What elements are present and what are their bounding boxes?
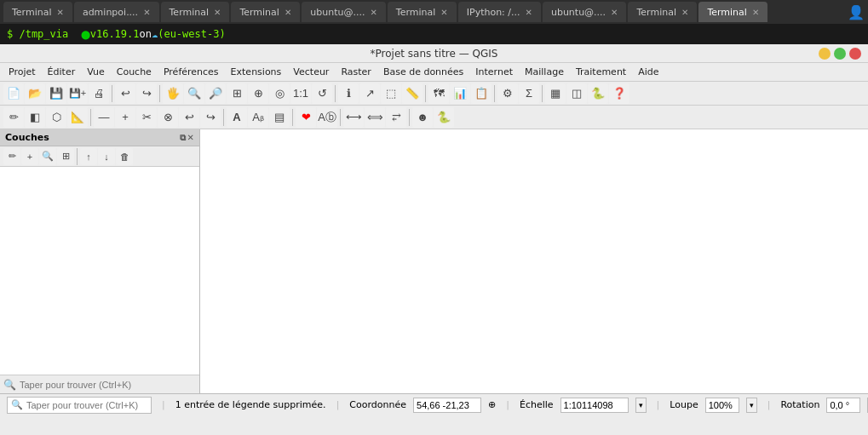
zoom-layer-button[interactable]: ◎ [269, 83, 290, 104]
redo-button[interactable]: ↪ [136, 83, 157, 104]
menu-vue[interactable]: Vue [82, 65, 110, 79]
label-a-button[interactable]: A [227, 107, 247, 128]
rotation-input[interactable] [826, 398, 860, 413]
tab-7[interactable]: ubuntu@.... ✕ [543, 2, 627, 22]
refresh-button[interactable]: ↺ [312, 83, 332, 104]
save-project-button[interactable]: 💾 [46, 83, 66, 104]
edit-pencil-button[interactable]: ✏ [3, 107, 24, 128]
profile-button[interactable]: ☻ [412, 107, 433, 128]
panel-close-button[interactable]: ✕ [187, 133, 194, 143]
tab-2[interactable]: Terminal ✕ [161, 2, 230, 22]
scale-dropdown-button[interactable]: ▾ [635, 398, 647, 413]
zoom-in-button[interactable]: 🔍 [184, 83, 204, 104]
coordinate-input[interactable] [413, 398, 481, 413]
open-project-button[interactable]: 📂 [25, 83, 45, 104]
scale-input[interactable] [560, 398, 629, 413]
menu-internet[interactable]: Internet [470, 65, 518, 79]
atlas-button[interactable]: ◫ [566, 83, 587, 104]
zoom-out-button[interactable]: 🔎 [205, 83, 226, 104]
rotate-label-button[interactable]: ⥂ [386, 107, 406, 128]
tab-0[interactable]: Terminal ✕ [3, 2, 72, 22]
menu-maillage[interactable]: Maillage [520, 65, 569, 79]
measure-button[interactable]: 📏 [402, 83, 423, 104]
grid-button[interactable]: ▦ [545, 83, 566, 104]
layer-add-button[interactable]: + [21, 148, 38, 165]
delete-feature-button[interactable]: ⊗ [158, 107, 178, 128]
menu-couche[interactable]: Couche [112, 65, 157, 79]
digitize-button[interactable]: ◧ [25, 107, 45, 128]
tab-close-2[interactable]: ✕ [214, 8, 221, 17]
tab-close-0[interactable]: ✕ [57, 8, 64, 17]
label-button[interactable]: Aⓑ [317, 107, 337, 128]
add-feature-button[interactable]: + [115, 107, 135, 128]
help-button[interactable]: ❓ [609, 83, 629, 104]
red-button[interactable]: ❤ [296, 107, 316, 128]
layer-up-button[interactable]: ↑ [80, 148, 97, 165]
python2-button[interactable]: 🐍 [434, 107, 454, 128]
split-button[interactable]: — [94, 107, 114, 128]
advanced-dig-button[interactable]: ⬡ [46, 107, 66, 128]
redo-edit-button[interactable]: ↪ [200, 107, 221, 128]
layer-group-button[interactable]: ⊞ [57, 148, 74, 165]
tab-4[interactable]: ubuntu@.... ✕ [302, 2, 386, 22]
menu-raster[interactable]: Raster [336, 65, 376, 79]
tab-close-7[interactable]: ✕ [611, 8, 618, 17]
python-button[interactable]: 🐍 [588, 83, 608, 104]
tab-close-4[interactable]: ✕ [370, 8, 377, 17]
tab-9[interactable]: Terminal ✕ [698, 2, 767, 22]
undo-button[interactable]: ↩ [115, 83, 135, 104]
pin-button[interactable]: ⟷ [343, 107, 364, 128]
layer-down-button[interactable]: ↓ [98, 148, 115, 165]
panel-float-button[interactable]: ⧉ [180, 133, 186, 143]
new-project-button[interactable]: 📄 [3, 83, 24, 104]
tab-close-9[interactable]: ✕ [752, 8, 759, 17]
menu-base-donnees[interactable]: Base de données [378, 65, 468, 79]
tab-close-8[interactable]: ✕ [681, 8, 688, 17]
menu-vecteur[interactable]: Vecteur [288, 65, 334, 79]
tab-5[interactable]: Terminal ✕ [388, 2, 457, 22]
menu-preferences[interactable]: Préférences [158, 65, 224, 79]
tab-8[interactable]: Terminal ✕ [628, 2, 697, 22]
tab-6[interactable]: IPython: /... ✕ [458, 2, 541, 22]
layer-search-input[interactable] [20, 380, 196, 390]
sigma-button[interactable]: Σ [519, 83, 539, 104]
menu-projet[interactable]: Projet [3, 65, 41, 79]
tab-1[interactable]: adminpoi.... ✕ [74, 2, 159, 22]
menu-editer[interactable]: Éditer [43, 65, 81, 79]
magnifier-input[interactable] [705, 398, 739, 413]
move-label-button[interactable]: ⟺ [365, 107, 385, 128]
zoom-full-button[interactable]: ⊞ [227, 83, 247, 104]
menu-extensions[interactable]: Extensions [226, 65, 287, 79]
map-tips-button[interactable]: 🗺 [428, 83, 449, 104]
deselect-button[interactable]: ⬚ [381, 83, 401, 104]
maximize-button[interactable] [834, 48, 846, 60]
menu-aide[interactable]: Aide [633, 65, 664, 79]
tab-3[interactable]: Terminal ✕ [231, 2, 300, 22]
layer-filter-button[interactable]: 🔍 [39, 148, 56, 165]
label-ab-button[interactable]: Aᵦ [248, 107, 268, 128]
tab-close-5[interactable]: ✕ [440, 8, 447, 17]
minimize-button[interactable] [819, 48, 831, 60]
identify-button[interactable]: ℹ [338, 83, 359, 104]
undo-edit-button[interactable]: ↩ [179, 107, 199, 128]
zoom-native-button[interactable]: 1:1 [290, 83, 311, 104]
save-as-button[interactable]: 💾+ [67, 83, 88, 104]
map-canvas[interactable] [200, 129, 868, 393]
zoom-selection-button[interactable]: ⊕ [248, 83, 268, 104]
pan-button[interactable]: 🖐 [163, 83, 183, 104]
layer-edit-button[interactable]: ✏ [3, 148, 20, 165]
format-button[interactable]: ▤ [269, 107, 290, 128]
select-button[interactable]: ↗ [359, 83, 380, 104]
stats-button[interactable]: 📊 [450, 83, 470, 104]
status-search-input[interactable] [26, 400, 147, 410]
magnifier-dropdown-button[interactable]: ▾ [746, 398, 757, 413]
close-button[interactable] [849, 48, 861, 60]
tab-close-1[interactable]: ✕ [143, 8, 150, 17]
print-button[interactable]: 🖨 [89, 83, 109, 104]
tab-close-3[interactable]: ✕ [285, 8, 291, 17]
tab-close-6[interactable]: ✕ [526, 8, 532, 17]
settings-button[interactable]: ⚙ [497, 83, 518, 104]
shape-button[interactable]: 📐 [67, 107, 88, 128]
menu-traitement[interactable]: Traitement [571, 65, 631, 79]
attr-table-button[interactable]: 📋 [471, 83, 491, 104]
